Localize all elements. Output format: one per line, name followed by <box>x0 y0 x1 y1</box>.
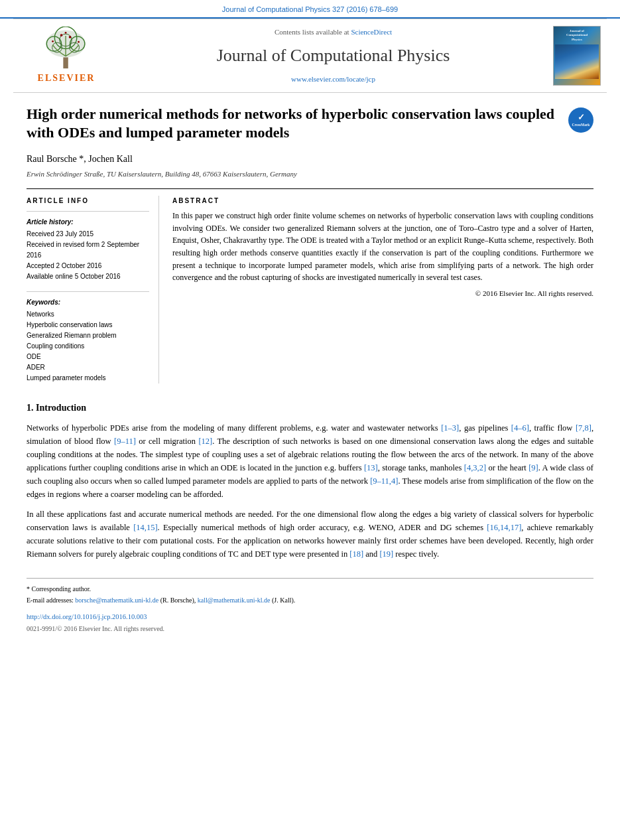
article-history-title: Article history: <box>27 217 149 227</box>
elsevier-logo: ELSEVIER <box>33 27 99 85</box>
svg-point-10 <box>65 31 67 33</box>
journal-title-block: Contents lists available at ScienceDirec… <box>119 26 547 86</box>
sciencedirect-link[interactable]: ScienceDirect <box>351 28 392 36</box>
keyword-hyperbolic: Hyperbolic conservation laws <box>27 320 149 330</box>
introduction-section: 1. Introduction Networks of hyperbolic P… <box>27 401 593 561</box>
affiliation-line: Erwin Schrödinger Straße, TU Kaiserslaut… <box>27 169 593 180</box>
ref-9-11[interactable]: [9–11] <box>114 437 136 446</box>
crossmark-icon: ✓ CrossMark <box>568 107 593 133</box>
article-info-abstract: ARTICLE INFO Article history: Received 2… <box>27 188 593 384</box>
keyword-ode: ODE <box>27 352 149 362</box>
abstract-copyright: © 2016 Elsevier Inc. All rights reserved… <box>172 288 593 299</box>
accepted-date: Accepted 2 October 2016 <box>27 261 149 271</box>
journal-title-main: Journal of Computational Physics <box>217 42 450 68</box>
keyword-lumped: Lumped parameter models <box>27 373 149 384</box>
intro-paragraph-2: In all these applications fast and accur… <box>27 508 593 561</box>
corresponding-author-note: * Corresponding author. <box>27 584 593 594</box>
ref-7-8[interactable]: [7,8] <box>576 423 591 433</box>
ref-9-11-4[interactable]: [9–11,4] <box>370 476 398 486</box>
journal-ref-top: Journal of Computational Physics 327 (20… <box>0 0 620 17</box>
paper-title: High order numerical methods for network… <box>27 105 593 143</box>
received-date: Received 23 July 2015 <box>27 229 149 240</box>
svg-point-9 <box>69 35 72 38</box>
ref-1-3[interactable]: [1–3] <box>441 423 459 433</box>
journal-cover-image: Journal ofComputationalPhysics <box>553 26 601 86</box>
ref-12[interactable]: [12] <box>198 437 212 446</box>
issn-copyright: 0021-9991/© 2016 Elsevier Inc. All right… <box>27 624 593 634</box>
authors-line: Raul Borsche *, Jochen Kall <box>27 152 593 166</box>
footnote-section: * Corresponding author. E-mail addresses… <box>27 578 593 605</box>
crossmark-badge: ✓ CrossMark <box>568 107 593 133</box>
article-info-column: ARTICLE INFO Article history: Received 2… <box>27 196 159 384</box>
journal-url[interactable]: www.elsevier.com/locate/jcp <box>291 74 375 85</box>
keyword-networks: Networks <box>27 309 149 320</box>
keywords-block: Keywords: Networks Hyperbolic conservati… <box>27 297 149 384</box>
email-link-1[interactable]: borsche@mathematik.uni-kl.de <box>75 596 158 604</box>
intro-paragraph-1: Networks of hyperbolic PDEs arise from t… <box>27 421 593 501</box>
ref-4-3-2[interactable]: [4,3,2] <box>464 463 486 472</box>
ref-16-14-17[interactable]: [16,14,17] <box>487 523 521 532</box>
journal-cover-block: Journal ofComputationalPhysics <box>547 26 607 86</box>
elsevier-logo-block: ELSEVIER <box>13 26 119 86</box>
main-content: ✓ CrossMark High order numerical methods… <box>0 105 620 634</box>
ref-18[interactable]: [18] <box>349 549 363 559</box>
abstract-column: ABSTRACT In this paper we construct high… <box>172 196 593 384</box>
article-history-block: Article history: Received 23 July 2015 R… <box>27 217 149 282</box>
sciencedirect-line: Contents lists available at ScienceDirec… <box>275 27 392 38</box>
available-date: Available online 5 October 2016 <box>27 271 149 282</box>
svg-point-8 <box>60 34 63 36</box>
abstract-text: In this paper we construct high order fi… <box>172 210 593 284</box>
elsevier-brand-text: ELSEVIER <box>38 71 95 85</box>
svg-point-12 <box>78 40 80 42</box>
email-link-2[interactable]: kall@mathematik.uni-kl.de <box>198 596 271 604</box>
svg-rect-0 <box>63 57 68 68</box>
email-addresses-line: E-mail addresses: borsche@mathematik.uni… <box>27 595 593 605</box>
ref-19[interactable]: [19] <box>379 549 393 559</box>
doi-block: http://dx.doi.org/10.1016/j.jcp.2016.10.… <box>27 612 593 634</box>
cover-text: Journal ofComputationalPhysics <box>566 29 588 42</box>
article-info-label: ARTICLE INFO <box>27 196 149 206</box>
journal-header: ELSEVIER Contents lists available at Sci… <box>13 19 607 93</box>
ref-13[interactable]: [13] <box>364 463 378 472</box>
keyword-coupling: Coupling conditions <box>27 341 149 352</box>
ref-4-6[interactable]: [4–6] <box>511 423 529 433</box>
revised-date: Received in revised form 2 September 201… <box>27 240 149 261</box>
elsevier-tree-icon <box>33 27 99 70</box>
keyword-riemann: Generalized Riemann problem <box>27 330 149 341</box>
keywords-title: Keywords: <box>27 297 149 307</box>
intro-title: 1. Introduction <box>27 401 593 415</box>
svg-point-11 <box>52 40 54 42</box>
ref-14-15[interactable]: [14,15] <box>133 523 157 532</box>
paper-title-block: ✓ CrossMark High order numerical methods… <box>27 105 593 143</box>
keyword-ader: ADER <box>27 362 149 373</box>
ref-9[interactable]: [9] <box>528 463 538 472</box>
doi-url[interactable]: http://dx.doi.org/10.1016/j.jcp.2016.10.… <box>27 612 593 622</box>
abstract-label: ABSTRACT <box>172 196 593 206</box>
